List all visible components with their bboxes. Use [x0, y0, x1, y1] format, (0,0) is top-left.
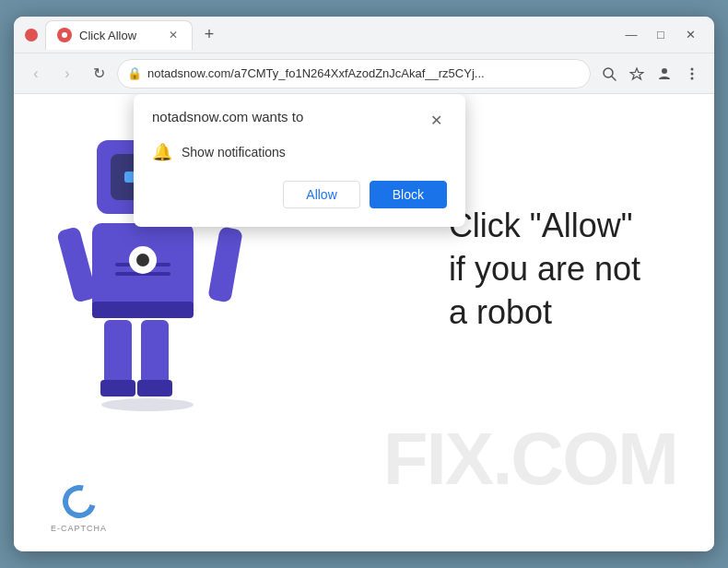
- profile-button[interactable]: [652, 61, 677, 87]
- main-text-line3: a robot: [449, 291, 640, 335]
- ecaptcha-c-icon: [56, 479, 101, 524]
- menu-button[interactable]: [679, 61, 705, 87]
- refresh-button[interactable]: ↻: [86, 61, 112, 87]
- address-bar-actions: [596, 61, 705, 87]
- star-icon: [629, 66, 644, 81]
- lock-icon: 🔒: [127, 66, 142, 80]
- allow-button[interactable]: Allow: [283, 181, 359, 208]
- window-maximize-button[interactable]: □: [648, 22, 674, 48]
- svg-point-5: [691, 72, 694, 75]
- tab-favicon-icon: [57, 28, 72, 42]
- dialog-title: notadsnow.com wants to: [152, 109, 303, 124]
- ecaptcha-logo: E-CAPTCHA: [51, 485, 107, 533]
- robot-leg-left: [104, 320, 132, 385]
- bookmark-button[interactable]: [624, 61, 650, 87]
- dialog-actions: Allow Block: [152, 181, 447, 208]
- permission-text: Show notifications: [182, 145, 286, 160]
- robot-foot-right: [137, 380, 172, 396]
- search-button[interactable]: [596, 61, 622, 87]
- block-button[interactable]: Block: [370, 181, 447, 208]
- watermark-text: FIX.COM: [383, 422, 677, 496]
- svg-marker-2: [630, 68, 643, 79]
- page-content: FIX.COM Click "Allow" if you are not a r…: [14, 94, 714, 551]
- robot-foot-left: [100, 380, 135, 396]
- dialog-close-button[interactable]: ✕: [425, 109, 447, 131]
- svg-line-1: [612, 77, 616, 80]
- person-icon: [657, 66, 672, 81]
- robot-big-eye: [129, 246, 157, 274]
- robot-shadow: [101, 398, 194, 411]
- forward-button[interactable]: ›: [54, 61, 80, 87]
- url-bar[interactable]: 🔒 notadsnow.com/a7CMTy_fo1N264XxfAzodZnJ…: [117, 59, 591, 89]
- title-bar-controls: [25, 29, 38, 41]
- dialog-header: notadsnow.com wants to ✕: [152, 109, 447, 131]
- svg-point-3: [662, 68, 667, 74]
- more-vert-icon: [685, 66, 699, 81]
- url-text: notadsnow.com/a7CMTy_fo1N264XxfAzodZnJcA…: [147, 66, 581, 80]
- window-close-button[interactable]: [25, 29, 38, 41]
- window-actions: — □ ✕: [618, 22, 703, 48]
- tab-close-button[interactable]: ✕: [166, 28, 181, 42]
- svg-point-4: [691, 67, 694, 70]
- title-bar: Click Allow ✕ + — □ ✕: [14, 17, 714, 53]
- window-close-x-button[interactable]: ✕: [677, 22, 703, 48]
- ecaptcha-label: E-CAPTCHA: [51, 524, 107, 533]
- robot-belt: [92, 302, 194, 318]
- robot-leg-right: [141, 320, 169, 385]
- main-text-line1: Click "Allow": [449, 205, 640, 248]
- permission-dialog: notadsnow.com wants to ✕ 🔔 Show notifica…: [134, 94, 465, 227]
- bell-icon: 🔔: [152, 142, 172, 162]
- svg-point-6: [691, 77, 694, 79]
- address-bar: ‹ › ↻ 🔒 notadsnow.com/a7CMTy_fo1N264XxfA…: [14, 53, 714, 94]
- tab-area: Click Allow ✕ +: [45, 20, 611, 50]
- page-main-text: Click "Allow" if you are not a robot: [449, 205, 640, 334]
- search-icon: [602, 66, 616, 81]
- robot-arm-right: [207, 226, 243, 302]
- dialog-permission-row: 🔔 Show notifications: [152, 142, 447, 162]
- active-tab[interactable]: Click Allow ✕: [45, 20, 193, 50]
- main-text-line2: if you are not: [449, 248, 640, 291]
- new-tab-button[interactable]: +: [196, 22, 222, 48]
- back-button[interactable]: ‹: [23, 61, 49, 87]
- window-minimize-button[interactable]: —: [618, 22, 644, 48]
- browser-window: Click Allow ✕ + — □ ✕ ‹ › ↻ 🔒 notadsnow.…: [14, 17, 714, 551]
- tab-title: Click Allow: [79, 29, 159, 42]
